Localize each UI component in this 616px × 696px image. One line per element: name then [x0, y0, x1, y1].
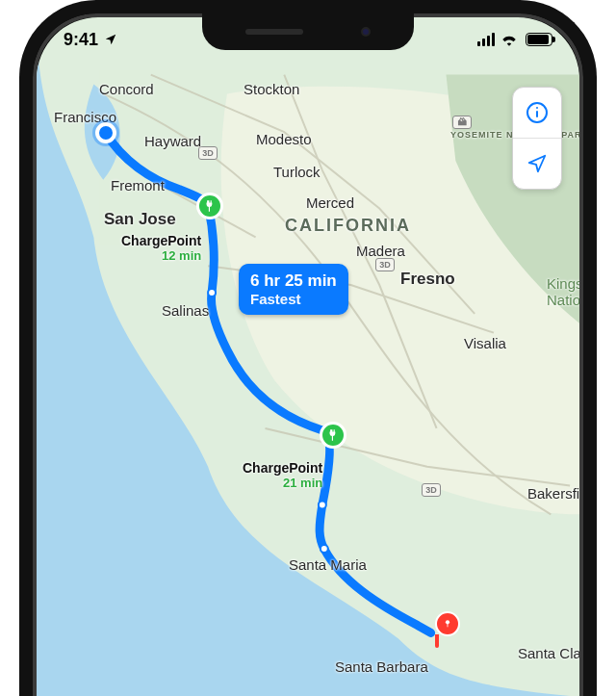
route-qualifier: Fastest — [250, 291, 337, 307]
svg-rect-6 — [536, 111, 538, 117]
svg-rect-7 — [536, 107, 538, 109]
charging-stop-pin-2[interactable] — [320, 422, 346, 449]
svg-point-0 — [208, 289, 216, 296]
location-arrow-icon — [526, 153, 548, 174]
phone-frame: 9:41 — [19, 0, 597, 696]
screen: 9:41 — [37, 17, 579, 696]
svg-point-3 — [446, 620, 449, 624]
speaker-grill — [245, 29, 303, 35]
svg-point-1 — [319, 501, 326, 508]
battery-icon — [526, 33, 552, 46]
wifi-icon — [500, 33, 518, 46]
status-time: 9:41 — [64, 30, 98, 50]
info-icon — [526, 101, 549, 124]
map-tracking-button[interactable] — [513, 138, 561, 189]
svg-rect-4 — [448, 624, 449, 627]
route-callout[interactable]: 6 hr 25 min Fastest — [239, 264, 348, 315]
current-location-pin[interactable] — [95, 122, 116, 143]
location-services-icon — [104, 33, 117, 46]
notch — [202, 13, 414, 50]
cellular-signal-icon — [477, 33, 495, 46]
map-canvas[interactable] — [37, 17, 579, 696]
map-info-button[interactable] — [513, 88, 561, 138]
ev-plug-icon — [203, 199, 217, 213]
ev-plug-icon — [326, 428, 340, 442]
destination-pin-icon — [443, 619, 452, 629]
route-duration: 6 hr 25 min — [250, 271, 337, 290]
front-camera — [361, 27, 371, 37]
svg-point-2 — [321, 545, 328, 553]
charging-stop-pin-1[interactable] — [196, 193, 223, 219]
map-controls — [512, 87, 562, 190]
